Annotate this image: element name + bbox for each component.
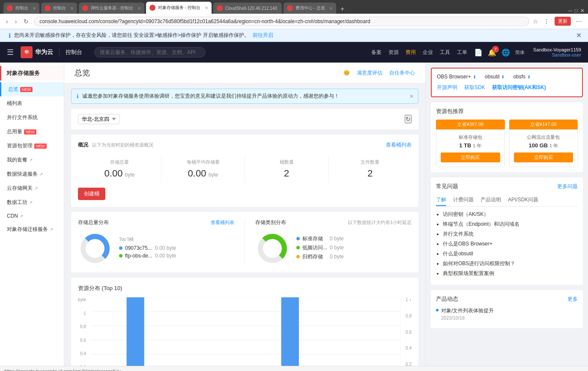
warning-link[interactable]: 前往开启 bbox=[253, 32, 273, 39]
nav-link-workorder[interactable]: 工单 bbox=[457, 49, 467, 56]
faq-tab-1[interactable]: 计费问题 bbox=[453, 194, 474, 206]
pkg-type-1: 公网流出流量包 bbox=[514, 134, 573, 141]
warning-text: 您尚未开启敏感操作保护，存在安全风险，请您前往 安全设置>敏感操作>操作保护 开… bbox=[14, 32, 249, 39]
browser-tab-2[interactable]: 弹性云服务器 - 控制台 ✕ bbox=[79, 3, 144, 14]
tab-close-0[interactable]: ✕ bbox=[33, 6, 36, 11]
sidebar-item-total-usage[interactable]: 总用量 NEW bbox=[0, 125, 64, 139]
notification-badge: 7 bbox=[492, 46, 499, 53]
download-icon-2[interactable]: ⬇ bbox=[527, 75, 531, 79]
reload-button[interactable]: ↻ bbox=[22, 17, 30, 26]
satisfaction-link[interactable]: 满意度评估 bbox=[357, 69, 382, 77]
get-ak-sk-link[interactable]: 获取访问密钥(AK和SK) bbox=[492, 84, 546, 91]
cat-dot-2 bbox=[296, 255, 300, 258]
warning-close-button[interactable]: ✕ bbox=[576, 31, 582, 39]
browser-tab-5[interactable]: 费用中心 - 总览 ✕ bbox=[284, 3, 336, 14]
tool-obsfs[interactable]: obsfs ⬇ bbox=[513, 74, 531, 80]
create-bucket-button[interactable]: 创建桶 bbox=[78, 188, 105, 200]
download-icon-1[interactable]: ⬇ bbox=[501, 75, 504, 79]
sidebar-item-parallel-fs[interactable]: 并行文件系统 bbox=[0, 111, 64, 125]
settings-button[interactable]: ⋮ bbox=[542, 17, 551, 26]
nav-link-cost[interactable]: 费用 bbox=[406, 49, 416, 56]
resource-pkg-title: 资源包推荐 bbox=[436, 108, 578, 115]
update-button[interactable]: 更新 bbox=[555, 17, 571, 26]
pkg-save-1: 立省¥147.00 bbox=[509, 120, 578, 129]
faq-item-1[interactable]: 终端节点（Endpoint）和访问域名 bbox=[443, 221, 578, 228]
sidebar-item-resource-mgmt[interactable]: 资源包管理 NEW bbox=[0, 139, 64, 153]
back-button[interactable]: ‹ bbox=[4, 17, 10, 26]
tab-close-5[interactable]: ✕ bbox=[329, 6, 333, 11]
browser-tab-4[interactable]: CloudShell-120.46.212.140 ✕ bbox=[213, 3, 282, 14]
faq-item-4[interactable]: 什么是obsutil bbox=[443, 250, 578, 257]
faq-more-link[interactable]: 更多问题 bbox=[557, 183, 578, 190]
faq-item-2[interactable]: 并行文件系统 bbox=[443, 230, 578, 238]
new-tab-button[interactable]: + bbox=[338, 4, 347, 14]
bookmark-button[interactable]: ☆ bbox=[533, 18, 538, 25]
tab-label: 控制台 bbox=[15, 5, 28, 11]
info-banner-close[interactable]: ✕ bbox=[409, 93, 414, 99]
bar-chart: byte 1 0.8 0.6 0.4 0.2 0 bbox=[78, 297, 412, 366]
faq-tab-3[interactable]: API/SDK问题 bbox=[508, 194, 538, 206]
sidebar-cdn-label: CDN bbox=[7, 213, 18, 219]
download-icon-0[interactable]: ⬇ bbox=[473, 75, 476, 79]
faq-item-0[interactable]: 访问密钥（AK/SK） bbox=[443, 211, 578, 218]
status-url: https://console.huaweicloud.com/iam/#/mi… bbox=[4, 368, 121, 371]
maximize-button[interactable]: □ bbox=[575, 8, 578, 14]
category-donut-container: 标准存储 0 byte 低频访问... 0 byte 归档存储 bbox=[255, 231, 412, 266]
user-area[interactable]: Sandbox-Voyager1159 Sandbox-user bbox=[533, 47, 581, 57]
minimize-button[interactable]: ─ bbox=[568, 8, 572, 14]
sidebar-item-data-factory[interactable]: 数据工坊 ↗ bbox=[0, 195, 64, 209]
tool-obsutil[interactable]: obsutil ⬇ bbox=[485, 74, 505, 80]
sidebar-item-overview[interactable]: 总览 NEW bbox=[0, 82, 64, 96]
sidebar-item-data-express[interactable]: 数据快递服务 ↗ bbox=[0, 167, 64, 181]
faq-item-3[interactable]: 什么是OBS Browser+ bbox=[443, 240, 578, 248]
nav-link-enterprise[interactable]: 企业 bbox=[423, 49, 433, 56]
hamburger-menu[interactable]: ☰ bbox=[7, 48, 14, 57]
nav-link-beian[interactable]: 备案 bbox=[371, 49, 382, 56]
header-actions: 😊 满意度评估 自任务中心 bbox=[343, 69, 415, 77]
news-text-0[interactable]: 对象/文件列表体验提升 bbox=[441, 307, 494, 314]
nav-link-tools[interactable]: 工具 bbox=[440, 49, 450, 56]
news-section: 产品动态 更多 对象/文件列表体验提升 2023/10/16 bbox=[431, 290, 583, 328]
faq-tab-0[interactable]: 了解 bbox=[436, 194, 446, 206]
tab-close-2[interactable]: ✕ bbox=[137, 6, 141, 11]
simple-mode-label[interactable]: 简体 bbox=[515, 49, 525, 56]
pkg-buy-btn-0[interactable]: 立即购买 bbox=[441, 153, 500, 162]
faq-item-5[interactable]: 如何对OBS进行访问权限控制？ bbox=[443, 260, 578, 267]
sidebar-service-title: 对象存储服务 bbox=[6, 69, 59, 77]
pkg-buy-btn-1[interactable]: 立即购买 bbox=[514, 153, 573, 162]
docs-icon[interactable]: 📄 bbox=[474, 48, 483, 57]
close-window-button[interactable]: ✕ bbox=[580, 8, 585, 14]
task-center-link[interactable]: 自任务中心 bbox=[389, 69, 415, 77]
sidebar-item-bucket-list[interactable]: 桶列表 bbox=[0, 96, 64, 111]
view-bucket-list-link[interactable]: 查看桶列表 bbox=[386, 141, 412, 149]
tab-close-1[interactable]: ✕ bbox=[70, 6, 74, 11]
search-input[interactable] bbox=[94, 47, 206, 57]
news-title: 产品动态 bbox=[436, 295, 458, 303]
tab-close-4[interactable]: ✕ bbox=[281, 6, 282, 11]
sidebar-item-my-plan[interactable]: 我的套餐 ↗ bbox=[0, 153, 64, 167]
tool-obs-browser[interactable]: OBS Browser+ ⬇ bbox=[437, 74, 476, 80]
extension-button[interactable]: ⋯ bbox=[574, 17, 584, 26]
browser-tab-0[interactable]: 控制台 ✕ bbox=[3, 3, 39, 14]
faq-tab-2[interactable]: 产品说明 bbox=[481, 194, 501, 206]
nav-link-resources[interactable]: 资源 bbox=[388, 49, 399, 56]
sidebar-item-cloud-gateway[interactable]: 云存储网关 ↗ bbox=[0, 181, 64, 195]
news-more-link[interactable]: 更多 bbox=[567, 296, 578, 303]
metric-label-3: 文件数量 bbox=[332, 159, 408, 165]
bell-icon[interactable]: 🔔 7 bbox=[488, 48, 496, 57]
storage-dist-link[interactable]: 查看桶列表 bbox=[211, 219, 234, 226]
refresh-button[interactable]: ↻ bbox=[405, 115, 412, 123]
region-selector[interactable]: 华北-北京四 华南-广州 华东-上海一 bbox=[78, 114, 120, 124]
sidebar-item-migration[interactable]: 对象存储迁移服务 ↗ bbox=[0, 222, 64, 236]
browser-tab-3[interactable]: 对象存储服务 - 控制台 ✕ bbox=[146, 2, 212, 14]
faq-tabs: 了解 计费问题 产品说明 API/SDK问题 bbox=[436, 194, 578, 206]
global-icon[interactable]: 🌐 bbox=[501, 48, 510, 57]
sidebar-item-cdn[interactable]: CDN ↗ bbox=[0, 209, 64, 222]
faq-item-6[interactable]: 典型权限场景配置案例 bbox=[443, 270, 578, 277]
browser-tab-1[interactable]: 控制台 ✕ bbox=[41, 3, 77, 14]
get-sdk-link[interactable]: 获取SDK bbox=[464, 84, 485, 91]
open-source-link[interactable]: 开源声明 bbox=[437, 84, 457, 91]
url-bar[interactable] bbox=[34, 17, 529, 26]
forward-button[interactable]: › bbox=[13, 17, 19, 26]
tab-close-3[interactable]: ✕ bbox=[205, 6, 208, 10]
